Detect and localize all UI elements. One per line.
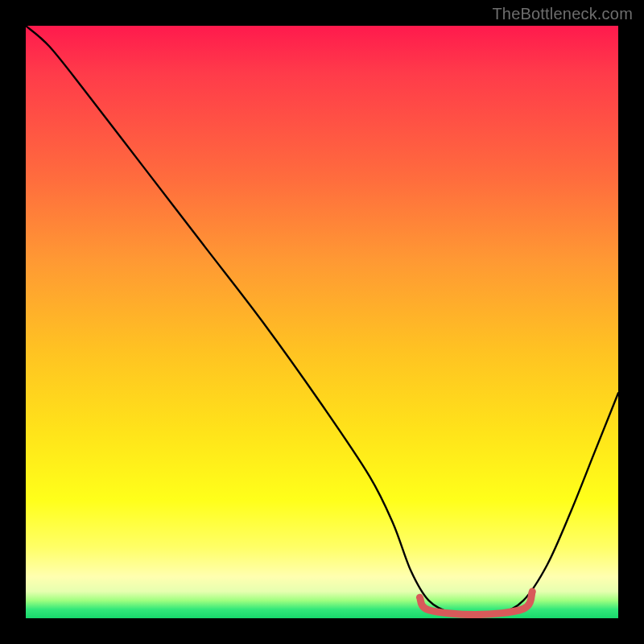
chart-frame: TheBottleneck.com — [0, 0, 644, 644]
plot-area — [26, 26, 618, 618]
curve-layer — [26, 26, 618, 618]
bottleneck-curve — [26, 26, 618, 615]
optimal-range-highlight — [419, 592, 532, 615]
watermark-text: TheBottleneck.com — [492, 5, 633, 23]
